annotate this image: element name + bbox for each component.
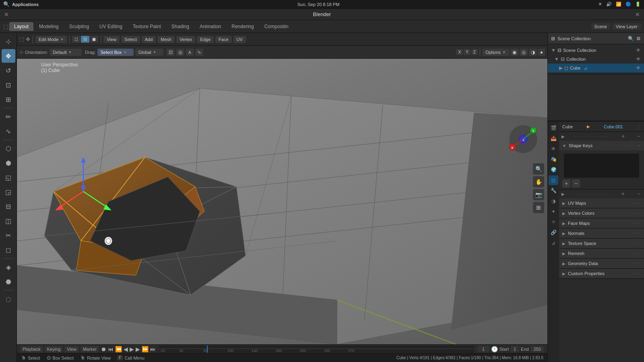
wifi-icon[interactable]: 📶	[616, 2, 621, 7]
tab-animation[interactable]: Animation	[195, 22, 226, 31]
prop-scene-tab[interactable]: 🎭	[549, 154, 558, 164]
tab-sculpting[interactable]: Sculpting	[64, 22, 94, 31]
orthographic-btn[interactable]: ⊞	[533, 202, 544, 213]
face-menu-btn[interactable]: Face	[215, 36, 231, 43]
face-maps-header[interactable]: ▶ Face Maps ⋯⋯	[559, 218, 644, 228]
geometry-data-header[interactable]: ▶ Geometry Data ⋯⋯	[559, 259, 644, 268]
options-dropdown[interactable]: Options ▼	[482, 49, 509, 56]
bluetooth-icon[interactable]: 🔵	[625, 2, 631, 7]
prev-frame-btn[interactable]: ◀	[124, 346, 128, 352]
record-btn[interactable]: ⏺	[101, 346, 106, 352]
toolbar-shrink-tool[interactable]: ◈	[2, 260, 15, 274]
outliner-cube[interactable]: ▶ ◻ Cube ⊿ 👁	[548, 64, 644, 72]
next-key-btn[interactable]: ⏩	[142, 346, 149, 352]
toolbar-offset-tool[interactable]: ◫	[2, 214, 15, 228]
prev-key-btn[interactable]: ⏪	[115, 346, 122, 352]
tab-shading[interactable]: Shading	[167, 22, 194, 31]
toolbar-scale-tool[interactable]: ⊡	[2, 78, 15, 92]
next-frame-btn[interactable]: ▶	[136, 346, 140, 352]
toolbar-bevel-tool[interactable]: ◲	[2, 185, 15, 199]
tab-layout[interactable]: Layout	[9, 22, 33, 31]
select-edge-btn[interactable]: ⊟	[81, 36, 89, 43]
overlay-icon[interactable]: ∿	[195, 49, 203, 56]
end-value[interactable]: 250	[530, 346, 544, 352]
skip-end-btn[interactable]: ⏭	[150, 346, 156, 352]
edit-mode-dropdown[interactable]: Edit Mode ▼	[35, 36, 67, 43]
collapse-minus-2[interactable]: －	[636, 190, 642, 197]
prop-world-tab[interactable]: 🌍	[549, 165, 558, 175]
applications-label[interactable]: Applications	[12, 2, 39, 7]
toolbar-rotate-tool[interactable]: ↺	[2, 64, 15, 77]
viewlayer-dropdown[interactable]: View Layer	[613, 23, 641, 30]
collapse-plus-2[interactable]: ＋	[620, 190, 626, 197]
tab-texture-paint[interactable]: Texture Paint	[128, 22, 166, 31]
shape-keys-expand[interactable]: －	[637, 143, 641, 148]
options-icon[interactable]: ∧	[186, 49, 194, 56]
toolbar-knife-tool[interactable]: ✂	[2, 228, 15, 242]
collapse-plus-1[interactable]: ＋	[620, 133, 626, 140]
play-btn[interactable]: ▶	[130, 346, 134, 352]
outliner-scene-collection[interactable]: ▼ ⊟ Scene Collection 👁	[548, 46, 644, 55]
snap-z-btn[interactable]: Z	[471, 49, 478, 55]
playback-dropdown[interactable]: Playback	[20, 346, 43, 352]
edge-menu-btn[interactable]: Edge	[197, 36, 214, 43]
toolbar-measure-tool[interactable]: ∿	[2, 124, 15, 138]
orientation-dropdown[interactable]: Default ▼	[50, 49, 82, 56]
prop-output-tab[interactable]: 📤	[549, 134, 558, 143]
snap-magnet-icon[interactable]: ⊡	[167, 49, 175, 56]
shape-keys-header[interactable]: ▼ Shape Keys ⋯⋯ －	[559, 141, 644, 150]
uv-menu-btn[interactable]: UV	[233, 36, 246, 43]
battery-icon[interactable]: 🔋	[635, 2, 641, 7]
timeline-ruler[interactable]: -20 20 60 100 140 160 200 230 270	[159, 346, 474, 353]
zoom-to-fit-btn[interactable]: 🔍	[533, 163, 544, 175]
collapse-minus-1[interactable]: －	[636, 133, 642, 140]
add-shape-key-btn[interactable]: +	[562, 179, 570, 187]
material-mode-btn[interactable]: ◑	[529, 49, 537, 56]
toolbar-smooth-tool[interactable]: ◌	[2, 292, 15, 306]
prop-constraints-tab[interactable]: 🔗	[549, 228, 558, 237]
brightness-icon[interactable]: ☀	[598, 2, 602, 7]
viewport[interactable]: User Perspective (1) Cube Z Y	[17, 59, 547, 344]
collection-eye-icon[interactable]: 👁	[636, 56, 641, 62]
prop-particles-tab[interactable]: ✦	[549, 207, 558, 216]
start-value[interactable]: 1	[510, 346, 519, 352]
uv-maps-header[interactable]: ▶ UV Maps ⋯⋯	[559, 198, 644, 208]
skip-start-btn[interactable]: ⏮	[108, 346, 114, 352]
texture-space-header[interactable]: ▶ Texture Space ⋯⋯	[559, 239, 644, 248]
sound-icon[interactable]: 🔊	[606, 2, 612, 7]
prop-object-tab[interactable]: ◻	[549, 175, 558, 185]
outliner-collection[interactable]: ▼ ⊟ Collection 👁	[548, 55, 644, 64]
select-menu-btn[interactable]: Select	[121, 36, 140, 43]
keying-dropdown[interactable]: Keying	[45, 346, 63, 352]
remesh-header[interactable]: ▶ Remesh ⋯⋯	[559, 249, 644, 258]
tab-rendering[interactable]: Rendering	[227, 22, 258, 31]
prop-view-tab[interactable]: 👁	[549, 144, 558, 154]
outliner-filter-icon[interactable]: ⚙	[636, 36, 641, 41]
tab-modeling[interactable]: Modeling	[34, 22, 64, 31]
prop-shader-tab[interactable]: ◑	[549, 196, 558, 206]
window-expand-btn[interactable]: ✕	[635, 11, 640, 18]
toolbar-poly-build-tool[interactable]: ◻	[2, 243, 15, 257]
collapse-arrow-2[interactable]: ▶	[561, 192, 565, 196]
select-vert-btn[interactable]: ◻	[72, 36, 80, 43]
wireframe-mode-btn[interactable]: ◎	[520, 49, 528, 56]
toolbar-add-cube-tool[interactable]: ⬡	[2, 142, 15, 155]
toolbar-inset-tool[interactable]: ◱	[2, 171, 15, 184]
prop-data-tab[interactable]: ⊿	[549, 238, 558, 248]
custom-props-header[interactable]: ▶ Custom Properties ⋯⋯	[559, 269, 644, 278]
prop-render-tab[interactable]: 🎬	[549, 123, 558, 133]
snap-y-btn[interactable]: Y	[464, 49, 471, 55]
marker-btn[interactable]: Marker	[80, 346, 99, 352]
window-close-btn[interactable]: ✕	[4, 11, 9, 18]
normals-header[interactable]: ▶ Normals ⋯⋯	[559, 228, 644, 238]
vertex-colors-header[interactable]: ▶ Vertex Colors ⋯⋯	[559, 208, 644, 218]
camera-btn[interactable]: 📷	[533, 189, 544, 200]
toolbar-extrude-tool[interactable]: ⬢	[2, 156, 15, 170]
search-icon[interactable]: 🔍	[3, 1, 10, 7]
select-face-btn[interactable]: ◼	[90, 36, 98, 43]
snap-x-btn[interactable]: X	[456, 49, 463, 55]
view-menu-btn[interactable]: View	[103, 36, 120, 43]
tab-uv-editing[interactable]: UV Editing	[95, 22, 127, 31]
global-dropdown[interactable]: Global ▼	[135, 49, 163, 56]
props-dots[interactable]: ⋮	[637, 124, 641, 129]
